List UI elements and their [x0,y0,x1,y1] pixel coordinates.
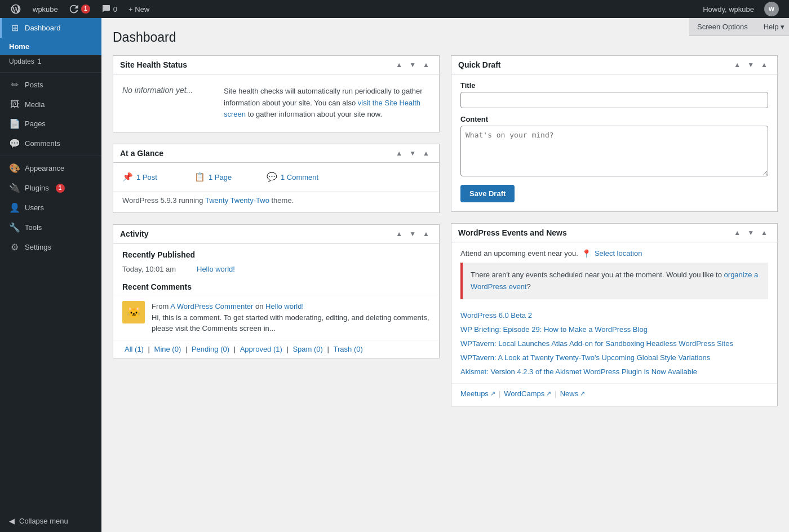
sidebar-item-dashboard[interactable]: ⊞ Dashboard [0,18,101,38]
adminbar-avatar[interactable]: W [759,0,784,18]
sidebar-item-comments[interactable]: 💬 Comments [0,134,101,153]
news-item-link-2[interactable]: WPTavern: Local Launches Atlas Add-on fo… [460,339,733,348]
site-health-header: Site Health Status ▲ ▼ ▲ [113,56,439,74]
sidebar-item-tools[interactable]: 🔧 Tools [0,218,101,237]
sidebar-item-settings[interactable]: ⚙ Settings [0,237,101,257]
wordcamps-link[interactable]: WordCamps ↗ [504,389,551,398]
sidebar-item-posts[interactable]: ✏ Posts [0,75,101,95]
comment-text: From A WordPress Commenter on Hello worl… [152,301,430,334]
users-icon: 👤 [9,202,20,213]
events-attend: Attend an upcoming event near you. 📍 Sel… [451,242,777,263]
glance-pages: 📋 1 Page [194,170,262,184]
at-a-glance-down[interactable]: ▼ [406,149,419,158]
title-field: Title [460,81,768,108]
location-icon: 📍 [582,249,591,258]
content-textarea[interactable] [460,126,768,176]
comment-post-link[interactable]: Hello world! [265,302,304,311]
sidebar-divider-2 [0,156,101,156]
glance-comments-link[interactable]: 💬 1 Comment [267,172,318,182]
avatar: W [764,2,779,16]
sidebar-item-pages[interactable]: 📄 Pages [0,114,101,134]
activity-time: Today, 10:01 am [122,265,190,273]
select-location-link[interactable]: Select location [595,249,642,258]
comment-icon: 💬 [267,172,277,182]
screen-options-button[interactable]: Screen Options [689,18,756,36]
news-link[interactable]: News ↗ [560,389,586,398]
sidebar-updates[interactable]: Updates 1 [0,55,101,70]
meetups-link[interactable]: Meetups ↗ [460,389,495,398]
quick-draft-toggle[interactable]: ▲ [758,60,770,69]
news-ext-icon: ↗ [580,390,585,397]
save-draft-button[interactable]: Save Draft [460,185,515,202]
dashboard-icon: ⊞ [9,23,20,33]
news-item-link-4[interactable]: Akismet: Version 4.2.3 of the Akismet Wo… [460,367,697,376]
sidebar-home[interactable]: Home [0,38,101,55]
events-panel: WordPress Events and News ▲ ▼ ▲ Attend a… [451,223,778,407]
at-a-glance-up[interactable]: ▲ [393,149,405,158]
filter-mine[interactable]: Mine (0) [154,345,181,353]
adminbar-howdy: Howdy, wpkube [698,5,759,14]
top-actions: Screen Options Help ▾ [689,18,789,36]
events-down[interactable]: ▼ [744,228,757,237]
filter-spam[interactable]: Spam (0) [292,345,322,353]
adminbar-updates[interactable]: 1 [64,0,96,18]
post-icon: 📌 [122,172,133,182]
news-item: WPTavern: Local Launches Atlas Add-on fo… [451,336,777,351]
events-up[interactable]: ▲ [731,228,743,237]
glance-pages-link[interactable]: 📋 1 Page [194,172,232,182]
adminbar-new[interactable]: + New [123,0,155,18]
at-a-glance-title: At a Glance [120,149,163,158]
activity-toggle[interactable]: ▲ [420,229,432,238]
help-button[interactable]: Help ▾ [756,18,789,36]
comment-author-link[interactable]: A WordPress Commenter [170,302,253,311]
news-item: Akismet: Version 4.2.3 of the Akismet Wo… [451,365,777,379]
news-item-link-0[interactable]: WordPress 6.0 Beta 2 [460,311,532,320]
site-health-panel: Site Health Status ▲ ▼ ▲ No information … [113,55,440,132]
filter-pending[interactable]: Pending (0) [192,345,229,353]
glance-posts-link[interactable]: 📌 1 Post [122,172,157,182]
title-input[interactable] [460,92,768,108]
content-label: Content [460,115,768,123]
quick-draft-title: Quick Draft [458,60,500,69]
news-item-link-1[interactable]: WP Briefing: Episode 29: How to Make a W… [460,325,648,334]
events-header: WordPress Events and News ▲ ▼ ▲ [451,224,777,242]
filter-all[interactable]: All (1) [125,345,144,353]
site-health-collapse-down[interactable]: ▼ [406,60,419,69]
wordcamps-ext-icon: ↗ [546,390,551,397]
news-item: WordPress 6.0 Beta 2 [451,308,777,322]
site-health-toggle[interactable]: ▲ [420,60,432,69]
filter-trash[interactable]: Trash (0) [334,345,363,353]
meetups-ext-icon: ↗ [490,390,495,397]
at-a-glance-toggle[interactable]: ▲ [420,149,432,158]
news-item-link-3[interactable]: WPTavern: A Look at Twenty Twenty-Two's … [460,353,710,362]
comment-filters: All (1) | Mine (0) | Pending (0) | Appro… [113,340,439,358]
theme-link[interactable]: Twenty Twenty-Two [205,196,269,205]
adminbar-site-name[interactable]: wpkube [27,0,64,18]
media-icon: 🖼 [9,99,20,109]
filter-approved[interactable]: Approved (1) [240,345,282,353]
glance-posts: 📌 1 Post [122,170,190,184]
collapse-menu[interactable]: ◀ Collapse menu [0,510,101,532]
events-footer: Meetups ↗ | WordCamps ↗ | News ↗ [451,383,777,406]
sidebar-item-media[interactable]: 🖼 Media [0,95,101,114]
site-health-title: Site Health Status [120,60,187,69]
quick-draft-up[interactable]: ▲ [731,60,743,69]
activity-down[interactable]: ▼ [406,229,419,238]
posts-icon: ✏ [9,79,20,90]
quick-draft-header: Quick Draft ▲ ▼ ▲ [451,56,777,74]
adminbar-wp-logo[interactable] [5,0,27,18]
site-health-collapse-up[interactable]: ▲ [393,60,405,69]
sidebar-item-users[interactable]: 👤 Users [0,198,101,218]
events-toggle[interactable]: ▲ [758,228,770,237]
recently-published-title: Recently Published [113,243,439,263]
quick-draft-down[interactable]: ▼ [744,60,757,69]
activity-post-link[interactable]: Hello world! [197,265,235,273]
news-item: WP Briefing: Episode 29: How to Make a W… [451,322,777,336]
sidebar-item-plugins[interactable]: 🔌 Plugins 1 [0,178,101,198]
activity-up[interactable]: ▲ [393,229,405,238]
glance-wp-info: WordPress 5.9.3 running Twenty Twenty-Tw… [113,191,439,212]
at-a-glance-panel: At a Glance ▲ ▼ ▲ 📌 1 Post [113,144,440,213]
adminbar-comments[interactable]: 0 [96,0,123,18]
sidebar-item-appearance[interactable]: 🎨 Appearance [0,158,101,178]
content-field: Content [460,115,768,178]
